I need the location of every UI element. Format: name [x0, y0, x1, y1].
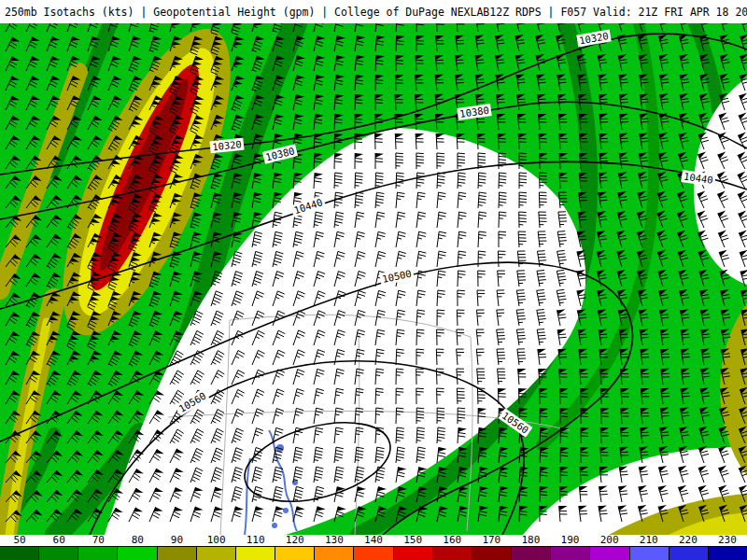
- colorbar-cell-60: [39, 547, 78, 560]
- colorbar-cell-200: [590, 547, 629, 560]
- colorbar-cell-100: [197, 547, 236, 560]
- colorbar-tick-labels: 5060708090100110120130140150160170180190…: [0, 535, 747, 546]
- colorbar-tick-140: 140: [364, 534, 383, 546]
- lake: [272, 523, 277, 528]
- colorbar-tick-50: 50: [13, 534, 25, 546]
- weather-map-product: 250mb Isotachs (kts) | Geopotential Heig…: [0, 0, 747, 560]
- colorbar-tick-100: 100: [207, 534, 226, 546]
- colorbar-tick-80: 80: [132, 534, 144, 546]
- colorbar-cell-160: [433, 547, 472, 560]
- colorbar-cell-80: [118, 547, 157, 560]
- lake: [283, 508, 289, 513]
- title-bar: 250mb Isotachs (kts) | Geopotential Heig…: [0, 0, 747, 23]
- colorbar-tick-70: 70: [92, 534, 105, 546]
- product-title: 250mb Isotachs (kts) | Geopotential Heig…: [5, 6, 489, 19]
- colorbar-cell-170: [472, 547, 512, 560]
- colorbar-cell-180: [512, 547, 551, 560]
- colorbar-tick-60: 60: [53, 534, 65, 546]
- colorbar-tick-180: 180: [521, 534, 540, 546]
- colorbar-cell-90: [158, 547, 197, 560]
- colorbar-cell-50: [0, 547, 39, 560]
- colorbar-tick-150: 150: [403, 534, 422, 546]
- model-run-info: 12Z RDPS | F057 Valid: 21Z FRI APR 18 20…: [489, 6, 747, 19]
- colorbar-cell-190: [551, 547, 590, 560]
- colorbar-tick-120: 120: [286, 534, 304, 546]
- colorbar-tick-110: 110: [247, 534, 265, 546]
- weather-map: 1032010320103801038010440104401050010560…: [0, 23, 747, 535]
- colorbar: [0, 546, 747, 560]
- colorbar-tick-190: 190: [561, 534, 580, 546]
- colorbar-tick-130: 130: [325, 534, 344, 546]
- colorbar-tick-170: 170: [482, 534, 500, 546]
- colorbar-cell-70: [78, 547, 118, 560]
- colorbar-tick-230: 230: [718, 534, 737, 546]
- colorbar-tick-160: 160: [443, 534, 461, 546]
- colorbar-tick-210: 210: [640, 534, 658, 546]
- colorbar-cell-140: [354, 547, 393, 560]
- colorbar-cell-110: [236, 547, 275, 560]
- colorbar-cell-220: [669, 547, 709, 560]
- colorbar-tick-90: 90: [171, 534, 183, 546]
- colorbar-cell-120: [275, 547, 315, 560]
- colorbar-cell-130: [315, 547, 354, 560]
- colorbar-cell-230: [709, 547, 747, 560]
- colorbar-cell-150: [394, 547, 433, 560]
- colorbar-tick-220: 220: [679, 534, 698, 546]
- colorbar-cell-210: [630, 547, 669, 560]
- map-area: 1032010320103801038010440104401050010560…: [0, 23, 747, 535]
- colorbar-tick-200: 200: [600, 534, 619, 546]
